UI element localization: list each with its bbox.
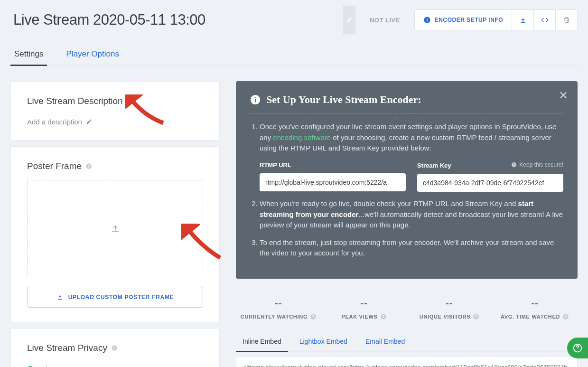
trash-icon (563, 16, 570, 24)
poster-frame-title: Poster Frame ? (27, 161, 203, 171)
setup-panel-title: Set Up Your Live Stream Encoder: (250, 94, 563, 106)
svg-text:?: ? (129, 99, 131, 104)
upload-icon (56, 294, 64, 301)
info-icon (423, 16, 431, 24)
warning-icon (511, 162, 517, 168)
encoding-software-link[interactable]: encoding software (273, 133, 331, 141)
embed-tab-lightbox[interactable]: Lightbox Embed (293, 332, 354, 351)
svg-text:?: ? (475, 314, 477, 319)
delete-button[interactable] (556, 9, 578, 30)
setup-step-2: When you're ready to go live, double che… (260, 198, 563, 231)
svg-text:?: ? (113, 346, 115, 350)
encoder-setup-panel: ✕ Set Up Your Live Stream Encoder: Once … (236, 81, 578, 279)
description-title: Live Stream Description ? (27, 96, 203, 106)
privacy-option-private[interactable]: Private (27, 363, 203, 367)
help-icon[interactable]: ? (562, 313, 569, 320)
help-icon[interactable]: ? (310, 313, 317, 320)
header-actions: ENCODER SETUP INFO (414, 6, 578, 34)
embed-code-box[interactable]: <iframe class='sproutvideo-player' src='… (236, 357, 578, 367)
embed-tabs: Inline Embed Lightbox Embed Email Embed … (236, 332, 578, 352)
svg-text:?: ? (312, 314, 314, 319)
svg-text:?: ? (382, 314, 384, 319)
privacy-card: Live Stream Privacy ? Private Password P… (10, 328, 220, 367)
pencil-icon (346, 17, 353, 23)
title-edit-handle[interactable] (343, 6, 355, 34)
setup-step-3: To end the stream, just stop streaming f… (260, 237, 563, 259)
stat-unique-visitors: -- UNIQUE VISITORS? (407, 298, 492, 320)
stream-key-input[interactable] (417, 174, 563, 192)
add-description-button[interactable]: Add a description (27, 118, 203, 126)
close-icon[interactable]: ✕ (559, 89, 568, 102)
help-icon[interactable]: ? (127, 98, 133, 104)
help-icon[interactable]: ? (111, 345, 118, 351)
rtmp-url-input[interactable] (260, 173, 406, 191)
setup-step-1: Once you've configured your live stream … (260, 122, 563, 192)
description-card: Live Stream Description ? Add a descript… (10, 81, 220, 141)
rtmp-url-label: RTMP URL (260, 160, 291, 170)
stream-title-input[interactable] (10, 6, 343, 34)
svg-text:?: ? (564, 314, 567, 319)
embed-tab-inline[interactable]: Inline Embed (236, 332, 288, 352)
main-tabs: Settings Player Options (10, 45, 578, 66)
pencil-icon (86, 119, 92, 125)
upload-poster-button[interactable]: UPLOAD CUSTOM POSTER FRAME (27, 287, 203, 308)
stats-row: -- CURRENTLY WATCHING? -- PEAK VIEWS? --… (236, 298, 578, 320)
upload-icon (110, 223, 121, 235)
stream-key-hint: Keep this secure! (511, 160, 563, 169)
help-fab[interactable] (567, 338, 588, 358)
page-header: NOT LIVE ENCODER SETUP INFO (10, 0, 578, 34)
title-container (10, 6, 355, 34)
embed-button[interactable] (534, 9, 556, 30)
help-icon (572, 343, 583, 353)
poster-frame-card: Poster Frame ? UPLOAD CUSTOM POSTER FRAM… (10, 146, 220, 322)
info-icon (250, 94, 261, 105)
help-icon[interactable]: ? (380, 313, 387, 320)
tab-settings[interactable]: Settings (10, 45, 47, 66)
poster-dropzone[interactable] (27, 180, 203, 277)
tab-player-options[interactable]: Player Options (62, 45, 123, 66)
stat-currently-watching: -- CURRENTLY WATCHING? (236, 298, 321, 320)
encoder-setup-label: ENCODER SETUP INFO (435, 17, 503, 23)
embed-tab-email[interactable]: Email Embed (359, 332, 411, 351)
share-icon (519, 16, 527, 24)
stat-peak-views: -- PEAK VIEWS? (321, 298, 407, 320)
privacy-title: Live Stream Privacy ? (27, 343, 203, 353)
code-icon (541, 16, 549, 24)
stream-key-label: Stream Key (417, 161, 451, 170)
share-button[interactable] (512, 9, 534, 30)
encoder-setup-button[interactable]: ENCODER SETUP INFO (414, 9, 512, 30)
help-icon[interactable]: ? (473, 313, 479, 320)
live-status: NOT LIVE (361, 6, 409, 34)
svg-text:?: ? (88, 164, 90, 169)
stat-avg-time: -- AVG. TIME WATCHED? (492, 298, 578, 320)
help-icon[interactable]: ? (85, 163, 92, 169)
